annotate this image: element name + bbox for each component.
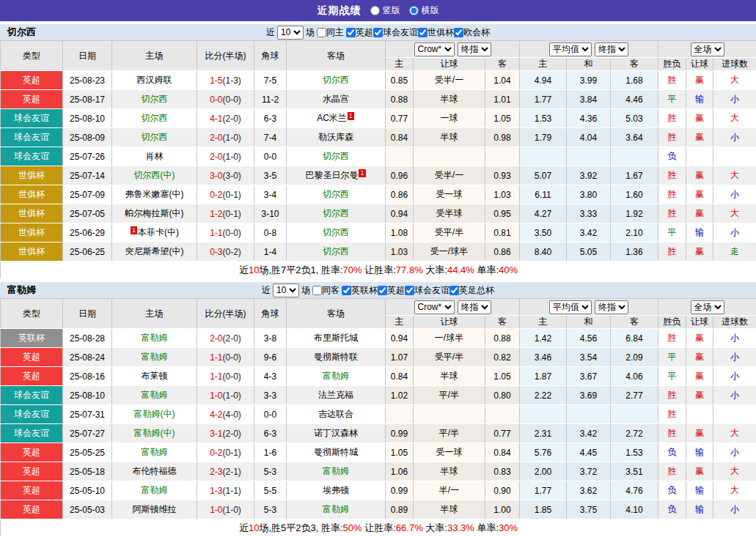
scope-select[interactable]: 全场 [691, 300, 724, 314]
layout-vertical-radio[interactable] [370, 6, 380, 15]
halftime-score: (1-0) [223, 133, 241, 143]
odds-handicap: 半球 [414, 367, 485, 386]
avg-source-select[interactable]: 平均值 [549, 42, 592, 56]
odds-handicap: 受半球 [414, 204, 485, 223]
odds-away: 0.98 [485, 128, 520, 147]
col-odds-away: 客 [485, 58, 520, 71]
scope-select[interactable]: 全场 [691, 42, 724, 56]
league-badge: 英超 [1, 367, 63, 386]
match-score: 2-0(1-0) [197, 128, 254, 147]
league-checkbox[interactable] [454, 28, 463, 37]
odds-away: 1.05 [485, 367, 520, 386]
avg-source-select[interactable]: 平均值 [549, 300, 592, 314]
summary-text: 近10场,胜7平2负1, 胜率:70% 让胜率:77.8% 大率:44.4% 单… [239, 264, 518, 275]
home-team: 富勒姆(中) [112, 424, 197, 443]
result-mark: 负 [658, 147, 686, 166]
league-checkbox[interactable] [378, 286, 387, 295]
result-mark: 胜 [658, 242, 686, 262]
col-date: 日期 [63, 299, 112, 329]
handicap-mark: 赢 [686, 367, 713, 386]
league-filter-label: 球会友谊 [383, 26, 418, 39]
result-mark: 负 [658, 443, 686, 462]
same-venue-checkbox[interactable] [317, 28, 326, 37]
halftime-score: (2-0) [223, 429, 241, 439]
match-count-select[interactable]: 10 [273, 284, 299, 297]
home-team: 富勒姆(中) [112, 405, 197, 424]
odds-handicap: 受半/一 [414, 166, 485, 185]
league-filter[interactable]: 英超 [346, 26, 373, 39]
away-team: 切尔西 [287, 147, 386, 166]
bookmaker-select[interactable]: Crow* [414, 300, 455, 314]
match-count-select[interactable]: 10 [277, 26, 304, 40]
result-mark: 胜 [658, 204, 686, 223]
league-filter[interactable]: 球会友谊 [373, 26, 418, 39]
layout-vertical-option[interactable]: 竖版 [370, 4, 400, 17]
league-filter[interactable]: 球会友谊 [405, 284, 449, 297]
col-handicap-result: 让球 [686, 316, 713, 329]
odds-handicap: 受一/球半 [414, 242, 485, 262]
layout-horizontal-option[interactable]: 横版 [409, 4, 439, 17]
away-team: 切尔西 [287, 242, 386, 262]
match-score: 2-3(2-1) [197, 462, 254, 481]
league-filter[interactable]: 欧会杯 [454, 26, 490, 39]
same-venue-label: 同客 [322, 284, 340, 297]
odds-away: 0.86 [485, 242, 520, 262]
odds-home: 0.96 [386, 166, 414, 185]
match-rows: 英超25-08-23西汉姆联1-5(1-3)7-5切尔西0.85受半/一1.04… [1, 71, 756, 262]
league-checkbox[interactable] [342, 286, 351, 295]
avg-away: 1.53 [611, 443, 658, 462]
league-filter[interactable]: 世俱杯 [418, 26, 454, 39]
odds-away [485, 405, 520, 424]
odds-handicap: 半球 [414, 128, 485, 147]
avg-draw: 3.80 [567, 185, 611, 204]
league-filter[interactable]: 英联杯 [342, 284, 378, 297]
same-filter[interactable]: 同主 [317, 26, 344, 39]
halftime-score: (1-0) [223, 505, 241, 515]
bookmaker-select[interactable]: Crow* [414, 42, 455, 56]
corners: 6-3 [254, 109, 287, 128]
odds-handicap: 半球 [414, 90, 485, 109]
layout-horizontal-radio[interactable] [409, 6, 419, 15]
league-badge: 英超 [1, 500, 63, 519]
league-badge: 球会友谊 [1, 424, 63, 443]
odds-away: 1.01 [485, 90, 520, 109]
league-filter[interactable]: 英足总杯 [449, 284, 494, 297]
league-checkbox[interactable] [346, 28, 356, 37]
goals-mark: 小 [713, 443, 756, 462]
league-checkbox[interactable] [449, 286, 459, 295]
league-checkbox[interactable] [373, 28, 383, 37]
team-label: 诺丁汉森林 [314, 428, 358, 438]
avg-stage-select[interactable]: 终指 [595, 42, 628, 56]
handicap-mark: 赢 [686, 424, 713, 443]
match-row: 英超25-05-25富勒姆0-2(0-1)1-6曼彻斯特城1.05受一球0.84… [1, 443, 756, 462]
league-checkbox[interactable] [418, 28, 427, 37]
match-score: 4-1(2-0) [197, 109, 254, 128]
odds-stage-select[interactable]: 终指 [458, 300, 491, 314]
avg-home: 1.85 [520, 500, 567, 519]
odds-stage-select[interactable]: 终指 [458, 42, 491, 56]
same-venue-checkbox[interactable] [312, 286, 322, 295]
league-badge: 球会友谊 [1, 128, 63, 147]
team-label: 富勒姆 [323, 466, 349, 476]
avg-stage-select[interactable]: 终指 [595, 300, 628, 314]
match-score: 3-0(3-0) [197, 166, 254, 185]
match-date: 25-08-09 [63, 128, 112, 147]
same-filter[interactable]: 同客 [312, 284, 340, 297]
summary-label: 单率: [474, 522, 499, 533]
league-badge: 球会友谊 [1, 386, 63, 405]
team-label: 富勒姆 [142, 333, 168, 343]
avg-draw [567, 147, 611, 166]
summary-value: 30% [499, 522, 518, 533]
corners: 7-5 [254, 71, 287, 90]
fulltime-score: 1-1 [210, 352, 222, 363]
odds-away: 0.83 [485, 462, 520, 481]
league-filter[interactable]: 英超 [378, 284, 405, 297]
result-mark: 负 [658, 481, 686, 500]
avg-home: 3.46 [520, 348, 567, 367]
odds-home: 1.08 [386, 223, 414, 242]
league-checkbox[interactable] [405, 286, 414, 295]
home-team: 帕尔梅拉斯(中) [112, 204, 197, 223]
handicap-mark [686, 147, 713, 166]
odds-away: 0.84 [485, 443, 520, 462]
league-badge: 球会友谊 [1, 147, 63, 166]
